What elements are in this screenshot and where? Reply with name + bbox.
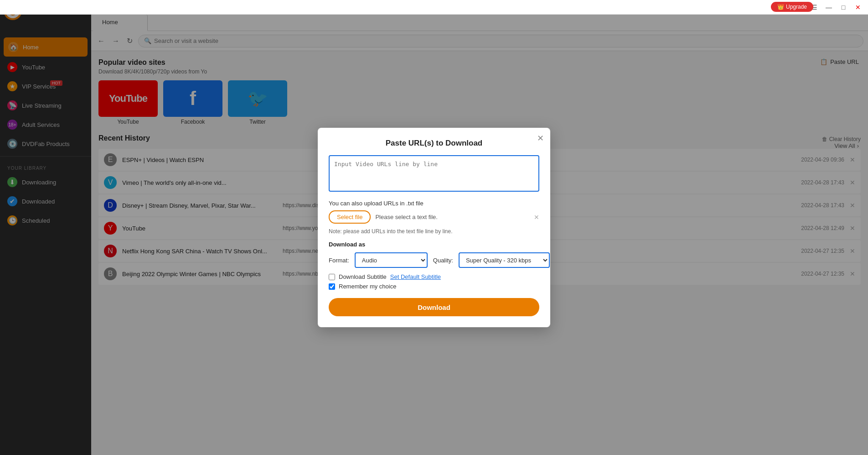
titlebar: 👑 Upgrade 🕐 ☰ — □ ✕ xyxy=(0,0,868,15)
modal-overlay: Paste URL(s) to Download ✕ You can also … xyxy=(0,0,868,455)
minimize-button[interactable]: — xyxy=(822,1,835,14)
set-default-subtitle-link[interactable]: Set Default Subtitle xyxy=(390,273,441,280)
download-as-label: Download as xyxy=(329,241,539,248)
paste-url-modal: Paste URL(s) to Download ✕ You can also … xyxy=(318,128,550,327)
remember-checkbox[interactable] xyxy=(329,283,335,290)
upload-row: Select file Please select a text file. ✕ xyxy=(329,210,539,224)
maximize-button[interactable]: □ xyxy=(837,1,850,14)
subtitle-label: Download Subtitle xyxy=(339,273,387,280)
clear-file-icon[interactable]: ✕ xyxy=(534,214,539,221)
download-button[interactable]: Download xyxy=(329,298,539,316)
upload-section: You can also upload URLs in .txt file Se… xyxy=(329,200,539,224)
format-row: Format: Video Audio Quality: Super Quali… xyxy=(329,252,539,268)
close-button[interactable]: ✕ xyxy=(852,1,864,14)
format-select[interactable]: Video Audio xyxy=(355,252,428,268)
format-label: Format: xyxy=(329,257,349,264)
url-textarea[interactable] xyxy=(329,155,539,192)
file-status: Please select a text file. xyxy=(375,214,529,220)
modal-close-button[interactable]: ✕ xyxy=(537,133,544,143)
remember-label: Remember my choice xyxy=(339,283,396,290)
subtitle-checkbox[interactable] xyxy=(329,274,335,280)
modal-note: Note: please add URLs into the text file… xyxy=(329,228,539,235)
remember-row: Remember my choice xyxy=(329,283,539,290)
select-file-button[interactable]: Select file xyxy=(329,210,371,224)
subtitle-row: Download Subtitle Set Default Subtitle xyxy=(329,273,539,280)
quality-select[interactable]: Super Quality - 320 kbps High Quality - … xyxy=(459,252,550,268)
upload-label: You can also upload URLs in .txt file xyxy=(329,200,539,207)
modal-title: Paste URL(s) to Download xyxy=(329,139,539,148)
crown-icon: 👑 xyxy=(777,4,784,10)
quality-label: Quality: xyxy=(433,257,453,264)
upgrade-button[interactable]: 👑 Upgrade xyxy=(771,2,813,12)
